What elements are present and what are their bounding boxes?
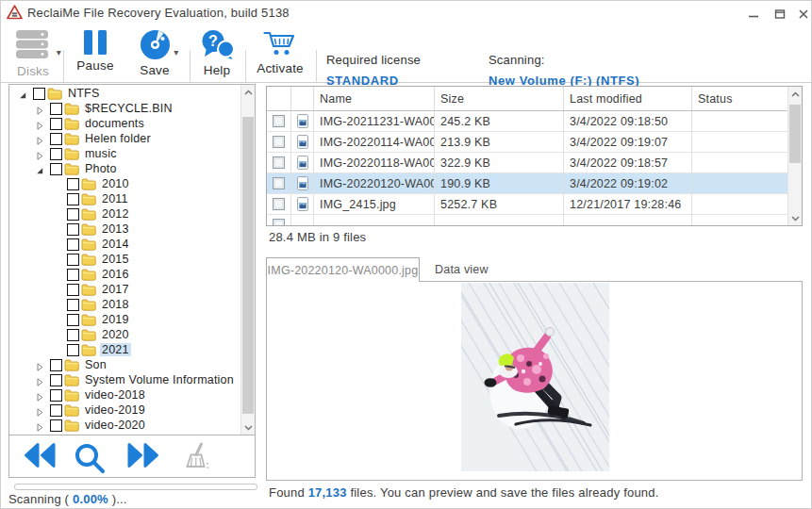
expand-arrow-icon[interactable] xyxy=(36,120,44,128)
tree-item-photo[interactable]: Photo xyxy=(9,161,240,176)
disks-button[interactable]: ▾ Disks xyxy=(7,27,59,80)
table-row-img-20220118-wa00[interactable]: IMG-20220118-WA00...322.9 KB3/4/2022 09:… xyxy=(267,153,787,173)
tree-item-2016[interactable]: 2016 xyxy=(9,267,240,282)
scroll-up-icon[interactable] xyxy=(241,85,255,99)
table-row-img-20220120-wa00[interactable]: IMG-20220120-WA00...190.9 KB3/4/2022 09:… xyxy=(267,173,787,194)
folder-checkbox[interactable] xyxy=(67,314,79,326)
minimize-button[interactable] xyxy=(748,7,761,19)
search-button[interactable] xyxy=(74,442,108,474)
file-checkbox[interactable] xyxy=(273,219,285,226)
table-scrollbar-thumb[interactable] xyxy=(789,105,801,163)
maximize-button[interactable] xyxy=(774,7,787,19)
tree-item-2017[interactable]: 2017 xyxy=(9,282,240,297)
folder-checkbox[interactable] xyxy=(67,329,79,341)
folder-checkbox[interactable] xyxy=(67,208,79,221)
tree-item-2014[interactable]: 2014 xyxy=(9,237,240,252)
expand-arrow-icon[interactable] xyxy=(36,421,44,430)
tree-item-helen-folder[interactable]: Helen folder xyxy=(9,131,240,146)
tree-item[interactable] xyxy=(9,433,240,435)
table-scrollbar[interactable] xyxy=(787,87,802,225)
tree-item-2011[interactable]: 2011 xyxy=(9,191,240,206)
tree-item-2021[interactable]: 2021 xyxy=(9,342,240,357)
folder-checkbox[interactable] xyxy=(67,269,79,281)
scroll-down-icon[interactable] xyxy=(241,420,255,435)
collapse-arrow-icon[interactable] xyxy=(36,165,44,173)
table-row-img-2415-jpg[interactable]: IMG_2415.jpg5252.7 KB12/21/2017 19:28:46 xyxy=(267,194,787,215)
close-button[interactable] xyxy=(798,7,811,19)
tree-item-video-2020[interactable]: video-2020 xyxy=(9,418,240,433)
tree-item-2020[interactable]: 2020 xyxy=(9,327,240,342)
table-row[interactable] xyxy=(267,215,787,226)
tree-item-2012[interactable]: 2012 xyxy=(9,206,240,222)
tree-item-documents[interactable]: documents xyxy=(9,116,240,131)
column-status[interactable]: Status xyxy=(692,87,787,110)
column-size[interactable]: Size xyxy=(435,87,564,110)
file-checkbox[interactable] xyxy=(273,177,285,189)
folder-checkbox[interactable] xyxy=(50,435,62,436)
save-button[interactable]: ▾ Save xyxy=(130,27,179,80)
activate-button[interactable]: Activate xyxy=(252,27,308,80)
folder-checkbox[interactable] xyxy=(50,374,62,386)
tree-item-music[interactable]: music xyxy=(9,146,240,161)
folder-checkbox[interactable] xyxy=(33,88,45,100)
file-checkbox[interactable] xyxy=(273,156,285,169)
folder-checkbox[interactable] xyxy=(50,118,62,130)
tab-image-preview[interactable]: IMG-20220120-WA0000.jpg xyxy=(266,257,420,282)
folder-checkbox[interactable] xyxy=(50,133,62,145)
folder-checkbox[interactable] xyxy=(67,178,79,190)
tree-item-recycle-bin[interactable]: $RECYCLE.BIN xyxy=(9,101,240,116)
folder-checkbox[interactable] xyxy=(50,419,62,432)
expander-spacer xyxy=(53,240,61,249)
tree-item-2013[interactable]: 2013 xyxy=(9,222,240,237)
tree-scrollbar-thumb[interactable] xyxy=(242,117,254,414)
expand-arrow-icon[interactable] xyxy=(36,406,44,415)
expand-arrow-icon[interactable] xyxy=(36,376,44,385)
folder-checkbox[interactable] xyxy=(67,284,79,296)
file-checkbox[interactable] xyxy=(273,115,285,127)
tab-data-view[interactable]: Data view xyxy=(420,257,504,282)
folder-checkbox[interactable] xyxy=(50,163,62,175)
folder-checkbox[interactable] xyxy=(50,389,62,402)
column-last-modified[interactable]: Last modified xyxy=(564,87,692,110)
folder-checkbox[interactable] xyxy=(67,299,79,311)
tree-item-video-2019[interactable]: video-2019 xyxy=(9,402,240,418)
save-dropdown-icon[interactable]: ▾ xyxy=(174,48,178,57)
next-results-button[interactable] xyxy=(126,442,160,474)
folder-checkbox[interactable] xyxy=(50,148,62,160)
folder-checkbox[interactable] xyxy=(50,404,62,417)
tree-item-ntfs[interactable]: NTFS xyxy=(9,86,240,101)
previous-results-button[interactable] xyxy=(23,442,57,474)
expand-arrow-icon[interactable] xyxy=(36,135,44,143)
folder-checkbox[interactable] xyxy=(67,193,79,205)
expand-arrow-icon[interactable] xyxy=(36,105,44,113)
scroll-down-icon[interactable] xyxy=(788,211,802,225)
table-row-img-20211231-wa00[interactable]: IMG-20211231-WA00...245.2 KB3/4/2022 09:… xyxy=(267,111,787,132)
file-checkbox[interactable] xyxy=(273,136,285,148)
tree-item-2015[interactable]: 2015 xyxy=(9,252,240,267)
file-checkbox[interactable] xyxy=(273,198,285,210)
collapse-arrow-icon[interactable] xyxy=(19,90,27,98)
tree-item-system-volume-information[interactable]: System Volume Information xyxy=(9,372,240,387)
expand-arrow-icon[interactable] xyxy=(36,361,44,369)
tree-scrollbar[interactable] xyxy=(240,85,255,435)
expand-arrow-icon[interactable] xyxy=(36,391,44,400)
table-row-img-20220114-wa00[interactable]: IMG-20220114-WA00...213.9 KB3/4/2022 09:… xyxy=(267,132,787,153)
column-name[interactable]: Name xyxy=(314,87,435,110)
scroll-up-icon[interactable] xyxy=(788,87,802,101)
tree-item-video-2018[interactable]: video-2018 xyxy=(9,387,240,402)
clean-broom-button[interactable] xyxy=(179,442,213,474)
folder-checkbox[interactable] xyxy=(67,344,79,356)
folder-checkbox[interactable] xyxy=(50,103,62,115)
tree-item-2019[interactable]: 2019 xyxy=(9,312,240,327)
disks-dropdown-icon[interactable]: ▾ xyxy=(57,48,61,57)
tree-item-son[interactable]: Son xyxy=(9,357,240,372)
pause-button[interactable]: Pause xyxy=(71,27,120,80)
folder-checkbox[interactable] xyxy=(50,359,62,371)
tree-item-2018[interactable]: 2018 xyxy=(9,297,240,312)
folder-checkbox[interactable] xyxy=(67,238,79,251)
folder-checkbox[interactable] xyxy=(67,254,79,266)
help-button[interactable]: ? Help xyxy=(192,27,241,80)
tree-item-2010[interactable]: 2010 xyxy=(9,176,240,191)
folder-checkbox[interactable] xyxy=(67,223,79,236)
expand-arrow-icon[interactable] xyxy=(36,150,44,158)
